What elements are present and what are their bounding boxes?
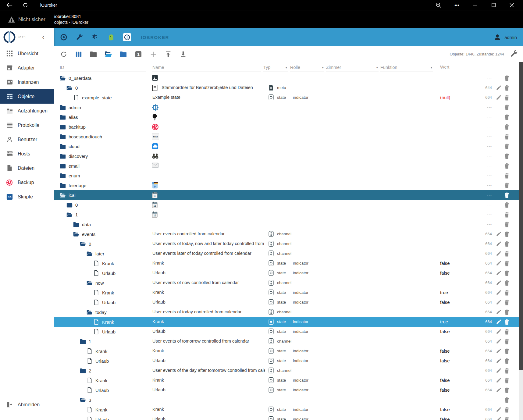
- object-id-cell[interactable]: alias: [60, 112, 78, 122]
- sidebar-item-skripte[interactable]: JSSkripte: [0, 190, 54, 204]
- object-id-cell[interactable]: Krank: [93, 258, 114, 268]
- collapse-sidebar-chevron-icon[interactable]: ‹: [38, 32, 48, 42]
- overflow-menu-icon[interactable]: •••: [454, 2, 460, 9]
- edit-pencil-icon[interactable]: [496, 241, 502, 247]
- edit-pencil-icon[interactable]: [496, 407, 502, 413]
- table-row[interactable]: KrankKrankstateindicatorfalse664: [54, 346, 523, 356]
- edit-pencil-icon[interactable]: [496, 329, 502, 335]
- delete-trash-icon[interactable]: [504, 231, 510, 237]
- delete-trash-icon[interactable]: [504, 124, 510, 130]
- table-row[interactable]: 2User events of the day after tomorrow c…: [54, 366, 523, 376]
- delete-trash-icon[interactable]: [504, 173, 510, 179]
- table-row[interactable]: todayUser events of today controlled fro…: [54, 307, 523, 317]
- table-row[interactable]: admin---: [54, 102, 523, 112]
- object-id-cell[interactable]: now: [87, 278, 104, 288]
- object-id-cell[interactable]: email: [60, 161, 80, 171]
- settings-wrench-icon[interactable]: [510, 50, 518, 58]
- expand-all-folder-open-icon[interactable]: [105, 51, 112, 58]
- table-row[interactable]: bosesoundtouchBOSE---: [54, 132, 523, 141]
- table-row[interactable]: data---: [54, 219, 523, 229]
- delete-trash-icon[interactable]: [504, 85, 510, 91]
- table-row[interactable]: 0User events of today, now and later tod…: [54, 239, 523, 249]
- reload-icon[interactable]: [22, 2, 29, 9]
- edit-pencil-icon[interactable]: [496, 85, 502, 91]
- download-button[interactable]: [179, 51, 187, 58]
- table-row[interactable]: eventsUser events controlled from calend…: [54, 229, 523, 239]
- object-id-cell[interactable]: Krank: [93, 288, 114, 297]
- edit-pencil-icon[interactable]: [496, 251, 502, 257]
- table-row[interactable]: nowUser events of now controlled from ca…: [54, 278, 523, 288]
- object-id-cell[interactable]: 0_userdata: [60, 73, 91, 83]
- collapse-all-folder-icon[interactable]: [90, 51, 97, 58]
- edit-pencil-icon[interactable]: [496, 280, 502, 286]
- delete-trash-icon[interactable]: [504, 114, 510, 120]
- table-row[interactable]: UrlaubUrlaubstateindicatorfalse664: [54, 327, 523, 336]
- upload-button[interactable]: [164, 51, 172, 58]
- delete-trash-icon[interactable]: [504, 104, 510, 110]
- delete-trash-icon[interactable]: [504, 270, 510, 276]
- sidebar-item-adapter[interactable]: Adapter: [0, 61, 54, 75]
- delete-trash-icon[interactable]: [504, 397, 510, 403]
- type-filter-select[interactable]: [263, 64, 288, 72]
- room-filter-select[interactable]: [326, 64, 379, 72]
- scrollbar-thumb[interactable]: [519, 62, 523, 370]
- delete-trash-icon[interactable]: [504, 309, 510, 315]
- sidebar-item-logout[interactable]: Abmelden: [0, 398, 60, 411]
- object-id-cell[interactable]: feiertage: [60, 180, 86, 190]
- delete-trash-icon[interactable]: [504, 358, 510, 364]
- object-id-cell[interactable]: backitup: [60, 122, 86, 132]
- edit-pencil-icon[interactable]: [496, 270, 502, 276]
- delete-trash-icon[interactable]: [504, 94, 510, 101]
- back-icon[interactable]: [6, 2, 13, 9]
- delete-trash-icon[interactable]: [504, 299, 510, 305]
- table-row[interactable]: UrlaubUrlaubstateindicatorfalse664: [54, 356, 523, 366]
- object-id-cell[interactable]: discovery: [60, 151, 88, 161]
- edit-pencil-icon[interactable]: [496, 348, 502, 354]
- delete-trash-icon[interactable]: [504, 329, 510, 335]
- sidebar-item-backup[interactable]: Backup: [0, 175, 54, 190]
- table-row[interactable]: feiertage24---: [54, 180, 523, 190]
- delete-trash-icon[interactable]: [504, 387, 510, 393]
- delete-trash-icon[interactable]: [504, 192, 510, 198]
- table-row[interactable]: laterUser events later of today controll…: [54, 249, 523, 258]
- add-object-button[interactable]: [149, 51, 157, 58]
- table-row[interactable]: example_stateExample statestateindicator…: [54, 93, 523, 102]
- table-row[interactable]: 0_userdata---: [54, 73, 523, 83]
- object-id-cell[interactable]: cloud: [60, 141, 80, 151]
- table-row[interactable]: backitup---: [54, 122, 523, 132]
- table-row[interactable]: cloud---: [54, 141, 523, 151]
- delete-trash-icon[interactable]: [504, 143, 510, 149]
- chevron-down-icon[interactable]: ▾: [285, 66, 287, 69]
- table-row[interactable]: 3---: [54, 395, 523, 405]
- delete-trash-icon[interactable]: [504, 260, 510, 266]
- delete-trash-icon[interactable]: [504, 368, 510, 374]
- object-id-cell[interactable]: Krank: [87, 346, 107, 356]
- edit-pencil-icon[interactable]: [496, 368, 502, 374]
- object-id-cell[interactable]: enum: [60, 171, 80, 180]
- delete-trash-icon[interactable]: [504, 75, 510, 81]
- edit-pencil-icon[interactable]: [496, 231, 502, 237]
- edit-pencil-icon[interactable]: [496, 309, 502, 315]
- id-filter-input[interactable]: [60, 64, 146, 72]
- delete-trash-icon[interactable]: [504, 163, 510, 169]
- delete-trash-icon[interactable]: [504, 407, 510, 413]
- table-row[interactable]: UrlaubUrlaubstateindicatorfalse664: [54, 297, 523, 307]
- object-id-cell[interactable]: bosesoundtouch: [60, 132, 102, 141]
- delete-trash-icon[interactable]: [504, 290, 510, 296]
- edit-pencil-icon[interactable]: [496, 358, 502, 364]
- maximize-button[interactable]: [490, 2, 497, 9]
- object-id-cell[interactable]: events: [73, 229, 95, 239]
- edit-pencil-icon[interactable]: [496, 387, 502, 393]
- object-id-cell[interactable]: Urlaub: [87, 356, 109, 366]
- edit-pencil-icon[interactable]: [496, 290, 502, 296]
- object-id-cell[interactable]: 2: [80, 366, 91, 376]
- edit-pencil-icon[interactable]: [496, 319, 502, 325]
- object-id-cell[interactable]: 3: [80, 395, 91, 405]
- delete-trash-icon[interactable]: [504, 251, 510, 257]
- delete-trash-icon[interactable]: [504, 377, 510, 383]
- object-id-cell[interactable]: 0: [66, 83, 78, 93]
- table-row[interactable]: 1User events of tomorrow controlled from…: [54, 336, 523, 346]
- name-filter-input[interactable]: [152, 64, 261, 72]
- function-filter-select[interactable]: [380, 64, 433, 72]
- delete-trash-icon[interactable]: [504, 182, 510, 188]
